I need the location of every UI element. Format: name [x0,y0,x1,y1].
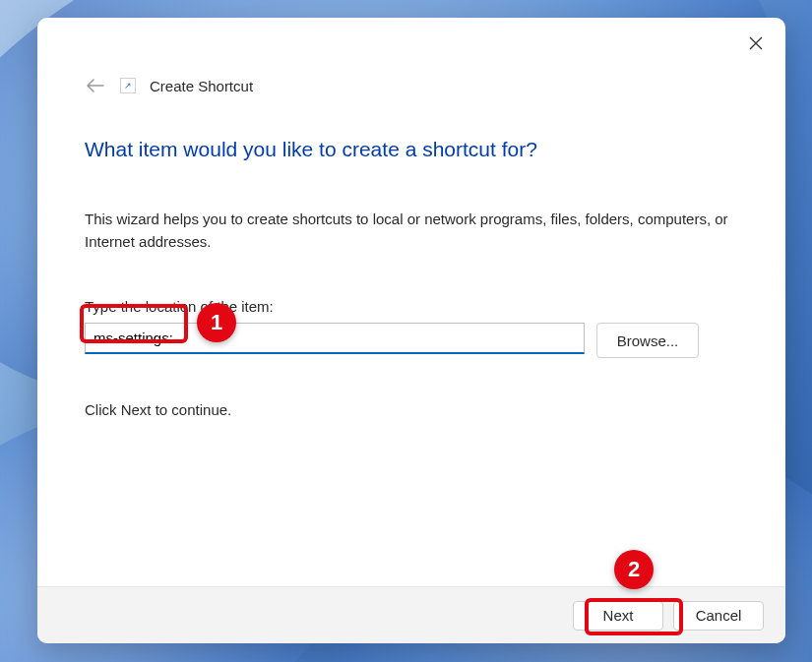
back-button[interactable] [85,75,106,96]
dialog-title: Create Shortcut [150,78,253,94]
wizard-description: This wizard helps you to create shortcut… [85,209,738,253]
dialog-content: What item would you like to create a sho… [37,96,785,586]
dialog-header: Create Shortcut [37,18,785,96]
shortcut-icon [120,78,136,93]
cancel-button[interactable]: Cancel [673,601,764,631]
continue-hint: Click Next to continue. [85,401,738,418]
location-input[interactable] [85,323,585,354]
wizard-question: What item would you like to create a sho… [85,138,738,161]
next-button[interactable]: Next [573,601,663,631]
close-button[interactable] [744,31,768,55]
location-label: Type the location of the item: [85,298,738,315]
create-shortcut-dialog: Create Shortcut What item would you like… [37,18,785,643]
dialog-footer: Next Cancel [37,586,785,643]
input-row: Browse... [85,323,738,358]
close-icon [749,36,763,50]
browse-button[interactable]: Browse... [596,323,699,358]
back-arrow-icon [86,78,105,93]
